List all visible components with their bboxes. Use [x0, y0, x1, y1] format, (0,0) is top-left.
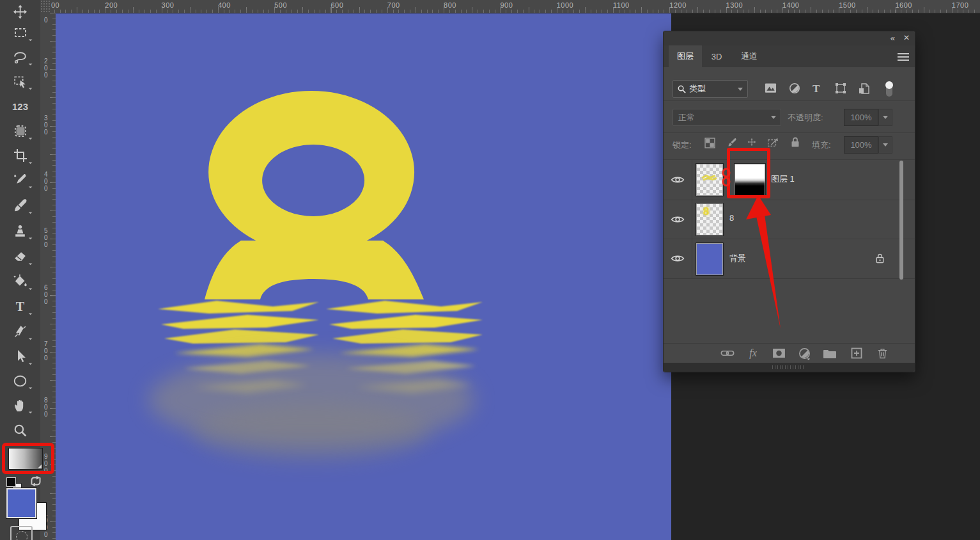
- clone-stamp-icon: [12, 223, 28, 239]
- visibility-toggle[interactable]: [664, 159, 692, 200]
- pen-tool[interactable]: [0, 321, 40, 342]
- canvas-artwork: [56, 13, 671, 540]
- fill-dropdown[interactable]: [878, 136, 892, 154]
- search-icon: [677, 84, 687, 94]
- layer-style-button[interactable]: fx: [745, 345, 761, 361]
- panel-close-button[interactable]: ✕: [903, 33, 910, 42]
- eyedropper-tool[interactable]: [0, 169, 40, 191]
- panel-collapse-button[interactable]: «: [891, 33, 894, 43]
- paint-bucket-icon: [12, 273, 29, 290]
- layer-name[interactable]: 8: [729, 213, 734, 223]
- trash-icon: [877, 347, 888, 359]
- chevron-down-icon: [771, 116, 776, 119]
- blend-mode-value: 正常: [678, 112, 695, 123]
- lock-position-icon[interactable]: [746, 137, 758, 148]
- layer-thumbnail[interactable]: [696, 243, 723, 275]
- filter-type-layers-icon[interactable]: T: [813, 83, 820, 95]
- foreground-color-swatch[interactable]: [6, 488, 36, 518]
- object-selection-tool[interactable]: [0, 70, 40, 92]
- photoshop-window: 0020030040050060070080090010001100120013…: [0, 0, 980, 540]
- hand-tool[interactable]: [0, 394, 40, 416]
- path-select-tool[interactable]: [0, 345, 40, 367]
- crop-tool[interactable]: [0, 145, 40, 166]
- layer-lock-icon: [875, 253, 885, 264]
- tab-3d[interactable]: 3D: [702, 45, 731, 67]
- ruler-label: 400: [218, 1, 231, 9]
- new-layer-button[interactable]: [849, 345, 864, 361]
- panel-scrollbar[interactable]: [899, 161, 903, 280]
- type-tool[interactable]: T: [0, 296, 40, 317]
- layer-row-layer1[interactable]: 图层 1: [664, 159, 915, 200]
- document-canvas[interactable]: [56, 13, 671, 540]
- brush-tool[interactable]: [0, 195, 40, 216]
- filter-adjustment-layers-icon[interactable]: [789, 83, 800, 94]
- marquee-tool[interactable]: [0, 22, 40, 44]
- panel-titlebar[interactable]: « ✕: [664, 31, 915, 45]
- fill-value[interactable]: 100%: [844, 136, 878, 154]
- opacity-value[interactable]: 100%: [844, 109, 878, 126]
- panel-menu-button[interactable]: [898, 53, 909, 61]
- lasso-tool[interactable]: [0, 46, 40, 68]
- visibility-toggle[interactable]: [664, 239, 692, 278]
- layer-name[interactable]: 背景: [729, 253, 746, 264]
- folder-icon: [823, 348, 837, 359]
- adjustment-layer-button[interactable]: [797, 345, 812, 361]
- swap-colors-icon: [28, 473, 43, 489]
- filter-smart-objects-icon[interactable]: [859, 83, 870, 95]
- ruler-label: 1200: [669, 1, 686, 9]
- lock-transparency-icon[interactable]: [704, 138, 715, 148]
- tab-channels[interactable]: 通道: [731, 45, 767, 67]
- delete-layer-button[interactable]: [875, 345, 890, 361]
- eraser-tool[interactable]: [0, 246, 40, 267]
- filter-shape-layers-icon[interactable]: [835, 83, 846, 94]
- link-layers-button[interactable]: [720, 345, 735, 361]
- lock-artboard-icon[interactable]: [766, 137, 779, 148]
- quick-selection-tool[interactable]: [0, 120, 40, 142]
- tab-layers[interactable]: 图层: [669, 45, 702, 67]
- ruler-label: 1600: [896, 1, 912, 9]
- opacity-dropdown[interactable]: [878, 109, 892, 126]
- paint-bucket-tool[interactable]: [0, 271, 40, 292]
- clone-stamp-tool[interactable]: [0, 220, 40, 242]
- filter-toggle[interactable]: [885, 80, 894, 98]
- ruler-label: 800: [444, 1, 456, 9]
- layer-row-background[interactable]: 背景: [664, 239, 915, 279]
- new-group-button[interactable]: [822, 345, 837, 361]
- ruler-label: 3 0 0: [44, 115, 48, 136]
- ruler-label: 0: [44, 17, 48, 24]
- ruler-label: 500: [274, 1, 287, 9]
- ellipse-tool[interactable]: [0, 370, 40, 392]
- layer-name[interactable]: 图层 1: [771, 173, 795, 185]
- count-tool[interactable]: 123: [0, 95, 40, 117]
- ruler-label: 1000: [557, 1, 573, 9]
- lock-all-icon[interactable]: [790, 136, 800, 148]
- visibility-toggle[interactable]: [664, 200, 692, 239]
- layer-thumbnail[interactable]: 8: [696, 203, 723, 235]
- fill-label: 填充:: [812, 139, 831, 151]
- zoom-tool[interactable]: [0, 419, 40, 441]
- move-tool[interactable]: [0, 1, 40, 22]
- filter-type-select[interactable]: 类型: [673, 80, 748, 98]
- marquee-icon: [13, 25, 28, 40]
- annotation-box-mask-thumbnail: [727, 148, 770, 198]
- quick-mask-button[interactable]: [10, 526, 33, 540]
- adjustment-icon: [798, 347, 811, 360]
- layer-thumbnail[interactable]: [696, 164, 723, 196]
- default-foreground-swatch[interactable]: [6, 477, 16, 487]
- panel-resize-grip[interactable]: [664, 363, 915, 372]
- lock-pixels-icon[interactable]: [726, 137, 738, 148]
- filter-row: 类型 T: [664, 67, 915, 101]
- object-selection-icon: [12, 74, 28, 90]
- filter-pixel-layers-icon[interactable]: [765, 83, 777, 93]
- horizontal-ruler[interactable]: 0020030040050060070080090010001100120013…: [40, 0, 980, 13]
- figure-8-bottom: [205, 241, 424, 299]
- eye-icon: [671, 175, 685, 185]
- layer-row-8[interactable]: 8 8: [664, 200, 915, 239]
- add-mask-button[interactable]: [771, 345, 786, 361]
- blend-mode-select[interactable]: 正常: [673, 109, 781, 126]
- ruler-label: 5 0 0: [44, 227, 48, 248]
- ruler-origin-corner: [40, 0, 51, 13]
- ruler-label: 6 0 0: [44, 284, 48, 305]
- ruler-label: 600: [331, 1, 344, 9]
- ruler-label: 300: [162, 1, 175, 9]
